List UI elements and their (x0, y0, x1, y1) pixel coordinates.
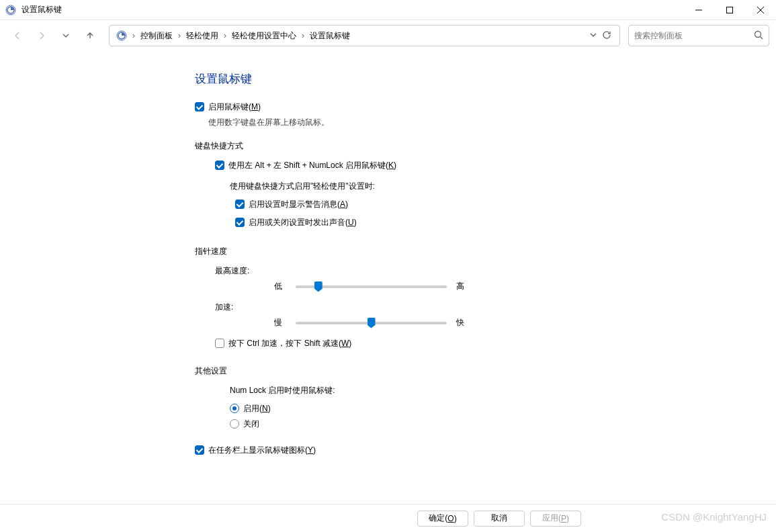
svg-point-8 (755, 31, 761, 37)
cancel-button[interactable]: 取消 (474, 511, 525, 527)
checkbox-enable-mousekeys-label[interactable]: 启用鼠标键(M) (208, 101, 261, 113)
slider-max-speed-thumb[interactable] (314, 281, 322, 292)
back-button[interactable] (7, 25, 28, 46)
radio-disable[interactable] (230, 419, 239, 429)
slider-low-label: 低 (262, 281, 289, 292)
up-button[interactable] (79, 25, 101, 46)
checkbox-warn-msg-label[interactable]: 启用设置时显示警告消息(A) (249, 199, 348, 210)
close-button[interactable] (745, 0, 776, 20)
checkbox-shortcut-enable[interactable] (215, 161, 224, 170)
checkbox-enable-mousekeys[interactable] (195, 102, 204, 112)
slider-acceleration: 慢 快 (262, 317, 776, 328)
checkbox-shortcut-enable-label[interactable]: 使用左 Alt + 左 Shift + NumLock 启用鼠标键(K) (228, 160, 396, 171)
apply-button[interactable]: 应用(P) (530, 511, 581, 527)
recent-button[interactable] (55, 25, 77, 46)
checkbox-warn-msg-row: 启用设置时显示警告消息(A) (235, 199, 776, 210)
breadcrumb-control-panel[interactable]: 控制面板 (136, 28, 177, 44)
radio-enable[interactable] (230, 404, 239, 413)
address-bar[interactable]: › 控制面板 › 轻松使用 › 轻松使用设置中心 › 设置鼠标键 (109, 25, 620, 46)
checkbox-play-sound-label[interactable]: 启用或关闭设置时发出声音(U) (249, 217, 357, 228)
titlebar: 设置鼠标键 (0, 0, 776, 20)
radio-disable-label[interactable]: 关闭 (243, 418, 259, 430)
chevron-right-icon: › (300, 31, 306, 40)
chevron-down-icon[interactable] (590, 31, 597, 40)
slider-acceleration-thumb[interactable] (368, 318, 376, 328)
checkbox-show-tray-label[interactable]: 在任务栏上显示鼠标键图标(Y) (208, 445, 316, 456)
breadcrumb-ease-center[interactable]: 轻松使用设置中心 (228, 28, 300, 44)
svg-line-9 (761, 36, 763, 39)
breadcrumb-current[interactable]: 设置鼠标键 (306, 28, 354, 44)
page-title: 设置鼠标键 (195, 71, 776, 87)
chevron-right-icon: › (177, 31, 182, 40)
slider-high-label: 高 (454, 281, 464, 292)
content-area: 设置鼠标键 启用鼠标键(M) 使用数字键盘在屏幕上移动鼠标。 键盘快捷方式 使用… (0, 51, 776, 456)
ok-button[interactable]: 确定(O) (417, 511, 468, 527)
group-other-settings: 其他设置 (195, 365, 776, 377)
window-controls (683, 0, 776, 20)
slider-slow-label: 慢 (262, 317, 289, 328)
watermark: CSDN @KnightYangHJ (661, 511, 767, 523)
checkbox-ctrl-shift-label[interactable]: 按下 Ctrl 加速，按下 Shift 减速(W) (228, 338, 351, 349)
search-icon[interactable] (754, 30, 763, 42)
slider-max-speed-track[interactable] (296, 285, 447, 288)
chevron-right-icon: › (222, 31, 228, 40)
search-input[interactable] (634, 31, 754, 40)
checkbox-show-tray[interactable] (195, 445, 204, 455)
maximize-button[interactable] (714, 0, 745, 20)
checkbox-shortcut-enable-row: 使用左 Alt + 左 Shift + NumLock 启用鼠标键(K) (215, 160, 776, 171)
radio-disable-row: 关闭 (230, 418, 776, 430)
slider-max-speed: 低 高 (262, 281, 776, 292)
checkbox-ctrl-shift[interactable] (215, 339, 224, 348)
radio-enable-label[interactable]: 启用(N) (243, 403, 271, 414)
checkbox-ctrl-shift-row: 按下 Ctrl 加速，按下 Shift 减速(W) (215, 338, 776, 349)
checkbox-enable-mousekeys-row: 启用鼠标键(M) (195, 101, 776, 113)
checkbox-show-tray-row: 在任务栏上显示鼠标键图标(Y) (195, 445, 776, 456)
checkbox-play-sound-row: 启用或关闭设置时发出声音(U) (235, 217, 776, 228)
slider-acceleration-track[interactable] (296, 322, 447, 324)
window-title: 设置鼠标键 (21, 4, 683, 15)
chevron-right-icon: › (131, 31, 136, 40)
max-speed-label: 最高速度: (215, 265, 776, 277)
group-keyboard-shortcut: 键盘快捷方式 (195, 140, 776, 152)
svg-rect-3 (727, 7, 733, 13)
refresh-button[interactable] (602, 30, 611, 42)
slider-fast-label: 快 (454, 317, 464, 328)
minimize-button[interactable] (683, 0, 714, 20)
checkbox-play-sound[interactable] (235, 218, 245, 227)
group-pointer-speed: 指针速度 (195, 246, 776, 257)
footer-bar: 确定(O) 取消 应用(P) (0, 504, 776, 532)
forward-button[interactable] (31, 25, 52, 46)
enable-mousekeys-description: 使用数字键盘在屏幕上移动鼠标。 (208, 117, 776, 128)
navigation-bar: › 控制面板 › 轻松使用 › 轻松使用设置中心 › 设置鼠标键 (0, 20, 776, 51)
shortcut-description: 使用键盘快捷方式启用"轻松使用"设置时: (230, 181, 776, 192)
checkbox-warn-msg[interactable] (235, 200, 245, 209)
app-icon (5, 5, 16, 15)
search-box[interactable] (628, 25, 769, 46)
breadcrumb-ease-of-access[interactable]: 轻松使用 (182, 28, 222, 44)
numlock-label: Num Lock 启用时使用鼠标键: (230, 385, 776, 396)
location-icon (115, 29, 128, 42)
radio-enable-row: 启用(N) (230, 403, 776, 414)
accel-label: 加速: (215, 302, 776, 313)
